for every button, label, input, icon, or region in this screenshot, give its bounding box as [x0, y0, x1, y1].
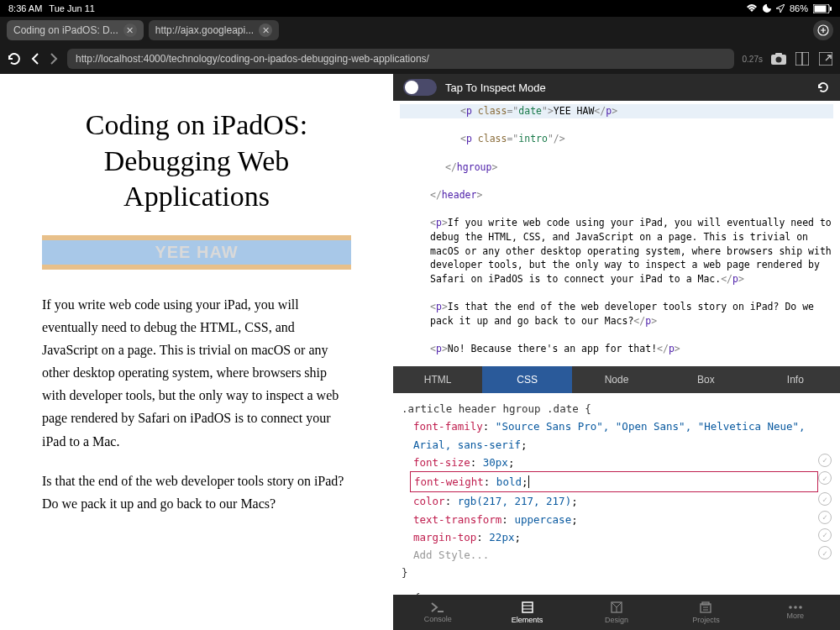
svg-point-19 — [794, 606, 797, 609]
status-time: 8:36 AM — [8, 3, 42, 13]
inspector-tab-html[interactable]: HTML — [393, 366, 482, 393]
page-title: Coding on iPadOS: Debugging Web Applicat… — [42, 108, 351, 215]
status-date: Tue Jun 11 — [49, 3, 95, 13]
wifi-icon — [746, 4, 758, 13]
date-highlight: YEE HAW — [42, 235, 351, 270]
svg-rect-10 — [522, 602, 533, 612]
design-icon — [610, 601, 623, 614]
nav-bar: http://localhost:4000/technology/coding-… — [0, 44, 840, 74]
location-icon — [776, 4, 785, 13]
svg-rect-6 — [775, 53, 782, 55]
inspect-toggle[interactable] — [403, 79, 437, 96]
back-button[interactable] — [30, 52, 40, 66]
refresh-icon[interactable] — [816, 81, 830, 94]
bottom-tab-more[interactable]: More — [751, 595, 840, 630]
camera-icon[interactable] — [771, 51, 786, 66]
battery-icon — [813, 4, 832, 13]
status-bar: 8:36 AM Tue Jun 11 86% — [0, 0, 840, 17]
paragraph-1: If you write web code using your iPad, y… — [42, 293, 351, 453]
bottom-tab-label: Elements — [512, 616, 543, 624]
forward-button[interactable] — [49, 52, 59, 66]
load-time: 0.27s — [743, 55, 763, 64]
bottom-tab-console[interactable]: Console — [393, 595, 482, 630]
css-rule-1[interactable]: font-size: 30px;✓ — [413, 454, 832, 471]
inspector-tabs: HTML CSS Node Box Info — [393, 366, 840, 393]
tab-title: http://ajax.googleapi... — [155, 24, 254, 36]
bottom-tab-label: Design — [605, 616, 628, 624]
css-rule-5[interactable]: margin-top: 22px;✓ — [413, 528, 832, 546]
inspector-tab-css[interactable]: CSS — [482, 366, 571, 393]
projects-icon — [699, 601, 712, 614]
page-preview[interactable]: Coding on iPadOS: Debugging Web Applicat… — [0, 74, 393, 630]
elements-icon — [521, 601, 534, 614]
html-source[interactable]: <p class="date">YEE HAW</p> <p class="in… — [393, 101, 840, 366]
new-tab-button[interactable] — [813, 20, 833, 40]
moon-icon — [763, 4, 771, 13]
browser-tabs: Coding on iPadOS: D... ✕ http://ajax.goo… — [0, 17, 840, 44]
bottom-tab-label: More — [787, 612, 805, 620]
close-icon[interactable]: ✕ — [259, 24, 272, 37]
css-rule-0[interactable]: font-family: "Source Sans Pro", "Open Sa… — [413, 417, 832, 454]
bottom-tab-elements[interactable]: Elements — [482, 595, 571, 630]
svg-point-5 — [776, 57, 782, 63]
svg-point-20 — [799, 606, 802, 609]
css-next-selector: p { — [402, 589, 832, 596]
css-selector: .article header hgroup .date { — [402, 400, 832, 417]
inspect-mode-label: Tap To Inspect Mode — [445, 81, 546, 94]
inspector-tab-node[interactable]: Node — [572, 366, 661, 393]
svg-rect-1 — [815, 5, 827, 12]
console-icon — [430, 601, 445, 613]
inspect-mode-bar: Tap To Inspect Mode — [393, 74, 840, 101]
add-style-button[interactable]: Add Style... — [413, 546, 832, 564]
paragraph-2: Is that the end of the web developer too… — [42, 470, 351, 515]
reload-button[interactable] — [7, 51, 22, 66]
css-close-brace: } — [402, 564, 832, 581]
url-text: http://localhost:4000/technology/coding-… — [76, 53, 429, 65]
svg-point-18 — [789, 606, 792, 609]
battery-pct: 86% — [790, 3, 808, 13]
bottom-tab-design[interactable]: Design — [572, 595, 661, 630]
tab-2[interactable]: http://ajax.googleapi... ✕ — [149, 20, 279, 40]
inspector-panel: Tap To Inspect Mode <p class="date">YEE … — [393, 74, 840, 630]
bottom-tab-label: Projects — [692, 616, 720, 624]
export-icon[interactable] — [818, 51, 833, 66]
close-icon[interactable]: ✕ — [123, 24, 137, 37]
css-rule-3[interactable]: color: rgb(217, 217, 217);✓ — [413, 492, 832, 510]
inspector-tab-box[interactable]: Box — [661, 366, 750, 393]
inspector-tab-info[interactable]: Info — [751, 366, 840, 393]
check-icon[interactable]: ✓ — [818, 546, 832, 559]
date-text: YEE HAW — [42, 240, 351, 265]
columns-icon[interactable] — [795, 51, 810, 66]
svg-rect-2 — [830, 7, 832, 11]
tab-1[interactable]: Coding on iPadOS: D... ✕ — [7, 20, 144, 40]
bottom-tab-label: Console — [424, 615, 452, 623]
css-rule-4[interactable]: text-transform: uppercase;✓ — [413, 511, 832, 528]
tab-title: Coding on iPadOS: D... — [13, 24, 118, 36]
more-icon — [788, 605, 803, 610]
css-panel[interactable]: .article header hgroup .date { font-fami… — [393, 393, 840, 595]
css-rule-2[interactable]: font-weight: bold; ✓ — [413, 471, 832, 492]
url-input[interactable]: http://localhost:4000/technology/coding-… — [67, 49, 734, 69]
bottom-tab-projects[interactable]: Projects — [661, 595, 750, 630]
bottom-nav: Console Elements Design Projects More — [393, 595, 840, 630]
